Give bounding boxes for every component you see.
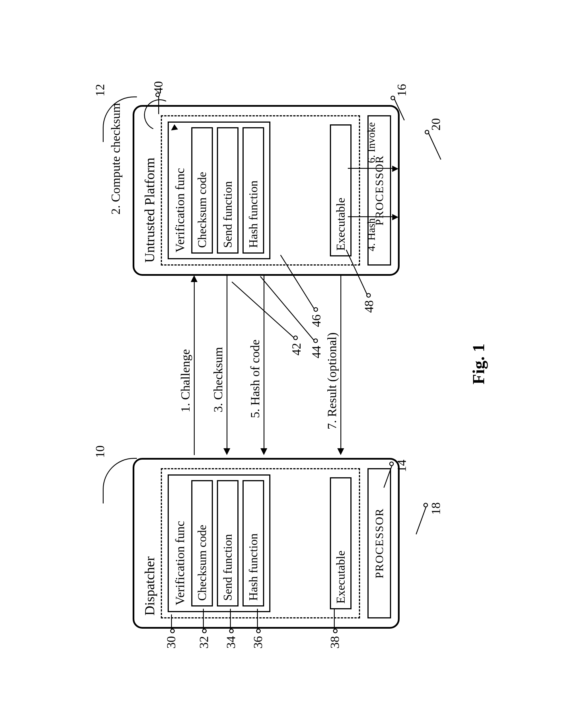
ref-18: 18 — [429, 502, 443, 515]
untrusted-verification-func: Verification func Checksum code Send fun… — [168, 122, 270, 259]
leader-30 — [171, 614, 172, 632]
dispatcher-vfunc-label: Verification func — [173, 480, 187, 606]
untrusted-vfunc-label: Verification func — [173, 127, 187, 254]
leader-18 — [416, 505, 427, 534]
leader-12 — [103, 96, 137, 142]
label-step6: 6. Invoke — [365, 122, 377, 163]
leader-36 — [257, 609, 258, 632]
label-step3: 3. Checksum — [211, 347, 225, 412]
leader-32 — [203, 609, 204, 632]
label-step7: 7. Result (optional) — [325, 332, 339, 429]
leader-38 — [334, 609, 335, 632]
arrow-hash-head-1 — [392, 214, 398, 220]
leader-40 — [158, 94, 159, 114]
ref-44: 44 — [309, 346, 324, 358]
dispatcher-executable: Executable — [330, 477, 352, 609]
dispatcher-send-function: Send function — [217, 480, 239, 606]
untrusted-executable: Executable — [330, 124, 352, 256]
ref-16: 16 — [394, 84, 409, 96]
ref-42: 42 — [289, 343, 304, 355]
label-step5: 5. Hash of code — [248, 340, 262, 418]
untrusted-title: Untrusted Platform — [142, 115, 157, 266]
ref-10: 10 — [93, 445, 107, 458]
untrusted-memory: Verification func Checksum code Send fun… — [161, 115, 360, 266]
arrow-invoke-head — [392, 166, 398, 172]
leader-20 — [427, 131, 441, 160]
dispatcher-platform: Dispatcher Verification func Checksum co… — [133, 458, 400, 629]
dispatcher-checksum-code: Checksum code — [191, 480, 213, 606]
untrusted-send-function: Send function — [217, 127, 239, 254]
dispatcher-hash-function: Hash function — [243, 480, 264, 606]
dispatcher-title: Dispatcher — [142, 468, 157, 618]
ref-34: 34 — [224, 636, 238, 649]
arrow-hash-to-exe-1 — [348, 216, 393, 217]
dispatcher-memory: Verification func Checksum code Send fun… — [161, 468, 360, 618]
label-step4: 4. Hash — [365, 218, 377, 251]
dispatcher-processor: PROCESSOR — [367, 468, 391, 618]
label-step1: 1. Challenge — [178, 349, 193, 412]
untrusted-hash-function: Hash function — [243, 127, 264, 254]
ref-12: 12 — [93, 84, 107, 96]
ref-36: 36 — [251, 636, 265, 649]
ref-30: 30 — [164, 636, 178, 649]
dispatcher-verification-func: Verification func Checksum code Send fun… — [168, 474, 270, 612]
leader-10 — [103, 458, 137, 503]
ref-40: 40 — [151, 81, 166, 94]
untrusted-checksum-code: Checksum code — [191, 127, 213, 254]
leader-34 — [230, 609, 231, 632]
ref-32: 32 — [197, 636, 211, 649]
ref-46: 46 — [309, 314, 324, 327]
ref-14: 14 — [394, 460, 409, 472]
ref-38: 38 — [328, 636, 342, 649]
ref-20: 20 — [429, 118, 443, 131]
ref-48: 48 — [362, 300, 376, 313]
figure-label: Fig. 1 — [469, 65, 488, 663]
arrow-invoke — [348, 168, 393, 169]
